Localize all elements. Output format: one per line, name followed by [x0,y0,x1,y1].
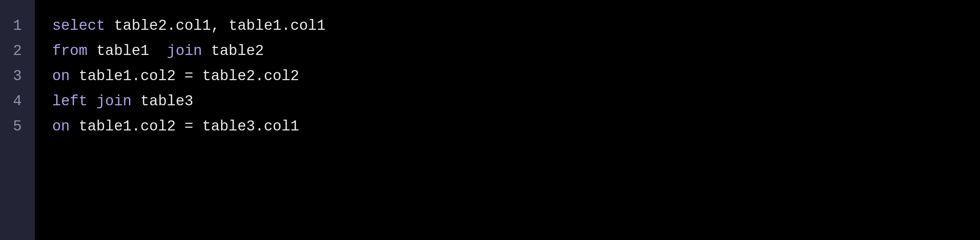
token-keyword: from [52,43,87,59]
token-identifier: table2.col1, table1.col1 [105,17,326,34]
line-number: 3 [0,63,35,89]
token-identifier: table1.col2 = table2.col2 [70,68,299,84]
token-keyword: join [167,43,202,59]
code-line: from table1 join table2 [52,38,980,63]
token-identifier: table3 [131,93,193,110]
line-number: 4 [0,89,35,114]
line-number: 2 [0,38,35,63]
token-keyword: join [96,93,131,110]
line-number-gutter: 1 2 3 4 5 [0,0,35,240]
line-number: 1 [0,13,35,38]
token-identifier: table1.col2 = table3.col1 [70,118,299,135]
line-number: 5 [0,114,35,139]
code-line: left join table3 [52,89,980,114]
code-line: on table1.col2 = table2.col2 [52,63,980,89]
token-keyword: on [52,68,70,84]
code-editor[interactable]: select table2.col1, table1.col1 from tab… [35,0,980,240]
token-keyword: on [52,118,70,135]
token-identifier: table2 [202,43,264,59]
token-identifier: table1 [87,43,167,59]
token-keyword: select [52,17,105,34]
token-identifier [87,93,96,110]
token-keyword: left [52,93,87,110]
code-line: on table1.col2 = table3.col1 [52,114,980,139]
code-line: select table2.col1, table1.col1 [52,13,980,38]
